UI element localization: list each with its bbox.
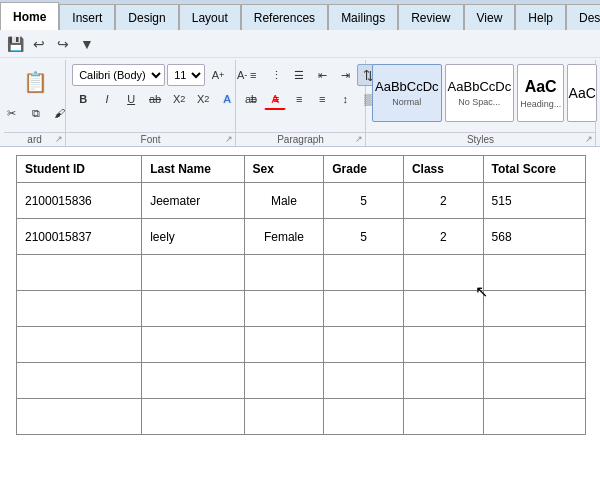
cell-last-name[interactable]: leely [142, 219, 244, 255]
tab-design[interactable]: Design [115, 4, 178, 30]
bold-button[interactable]: B [72, 88, 94, 110]
cell-student-id[interactable] [17, 399, 142, 435]
cell-grade[interactable] [324, 291, 404, 327]
cell-student-id[interactable]: 2100015836 [17, 183, 142, 219]
decrease-indent-icon[interactable]: ⇤ [311, 64, 333, 86]
justify-icon[interactable]: ≡ [311, 88, 333, 110]
tab-mailings[interactable]: Mailings [328, 4, 398, 30]
style-heading-label: Heading... [520, 99, 561, 109]
cell-student-id[interactable] [17, 255, 142, 291]
customize-icon[interactable]: ▼ [76, 33, 98, 55]
tab-layout[interactable]: Layout [179, 4, 241, 30]
superscript-button[interactable]: X2 [192, 88, 214, 110]
cell-grade[interactable] [324, 327, 404, 363]
cell-sex[interactable] [244, 291, 324, 327]
redo-icon[interactable]: ↪ [52, 33, 74, 55]
cell-score[interactable] [483, 399, 585, 435]
cell-last-name[interactable]: Jeemater [142, 183, 244, 219]
cell-student-id[interactable] [17, 363, 142, 399]
numbering-icon[interactable]: ⋮ [265, 64, 287, 86]
subscript-button[interactable]: X2 [168, 88, 190, 110]
table-row[interactable] [17, 291, 586, 327]
cell-class[interactable] [403, 327, 483, 363]
font-expand[interactable]: ↗ [225, 134, 233, 144]
tab-insert[interactable]: Insert [59, 4, 115, 30]
cell-sex[interactable] [244, 363, 324, 399]
header-class: Class [403, 156, 483, 183]
cell-last-name[interactable] [142, 399, 244, 435]
style-normal-label: Normal [392, 97, 421, 107]
cell-grade[interactable]: 5 [324, 219, 404, 255]
cell-class[interactable] [403, 399, 483, 435]
cell-score[interactable] [483, 255, 585, 291]
style-normal[interactable]: AaBbCcDc Normal [372, 64, 442, 122]
cell-sex[interactable]: Male [244, 183, 324, 219]
align-right-icon[interactable]: ≡ [288, 88, 310, 110]
undo-icon[interactable]: ↩ [28, 33, 50, 55]
table-row[interactable] [17, 327, 586, 363]
cell-score[interactable] [483, 363, 585, 399]
cell-student-id[interactable] [17, 327, 142, 363]
cell-grade[interactable] [324, 363, 404, 399]
cell-score[interactable]: 515 [483, 183, 585, 219]
cell-grade[interactable] [324, 255, 404, 291]
font-size-select[interactable]: 11 [167, 64, 205, 86]
cell-last-name[interactable] [142, 291, 244, 327]
cell-score[interactable] [483, 291, 585, 327]
text-effects-icon[interactable]: A [216, 88, 238, 110]
tab-references[interactable]: References [241, 4, 328, 30]
table-header-row: Student ID Last Name Sex Grade Class Tot… [17, 156, 586, 183]
cell-sex[interactable] [244, 399, 324, 435]
italic-button[interactable]: I [96, 88, 118, 110]
cut-icon[interactable]: ✂ [1, 102, 23, 124]
cell-class[interactable] [403, 363, 483, 399]
cell-grade[interactable]: 5 [324, 183, 404, 219]
copy-icon[interactable]: ⧉ [25, 102, 47, 124]
tab-design2[interactable]: Design [566, 4, 600, 30]
table-row[interactable] [17, 255, 586, 291]
cell-score[interactable] [483, 327, 585, 363]
cell-last-name[interactable] [142, 327, 244, 363]
cell-sex[interactable] [244, 327, 324, 363]
cell-sex[interactable]: Female [244, 219, 324, 255]
multilevel-list-icon[interactable]: ☰ [288, 64, 310, 86]
strikethrough-button[interactable]: ab [144, 88, 166, 110]
cell-class[interactable] [403, 255, 483, 291]
table-row[interactable]: 2100015837 leely Female 5 2 568 [17, 219, 586, 255]
clipboard-expand[interactable]: ↗ [55, 134, 63, 144]
tab-help[interactable]: Help [515, 4, 566, 30]
increase-indent-icon[interactable]: ⇥ [334, 64, 356, 86]
line-spacing-icon[interactable]: ↕ [334, 88, 356, 110]
style-extra[interactable]: AaC [567, 64, 597, 122]
tab-review[interactable]: Review [398, 4, 463, 30]
tab-home[interactable]: Home [0, 2, 59, 30]
table-row[interactable]: 2100015836 Jeemater Male 5 2 515 [17, 183, 586, 219]
font-grow-icon[interactable]: A+ [207, 64, 229, 86]
save-icon[interactable]: 💾 [4, 33, 26, 55]
styles-group: AaBbCcDc Normal AaBbCcDc No Spac... AaC … [366, 60, 596, 146]
style-nospace[interactable]: AaBbCcDc No Spac... [445, 64, 515, 122]
cell-student-id[interactable]: 2100015837 [17, 219, 142, 255]
align-center-icon[interactable]: ≡ [265, 88, 287, 110]
cell-class[interactable] [403, 291, 483, 327]
table-row[interactable] [17, 399, 586, 435]
cell-score[interactable]: 568 [483, 219, 585, 255]
table-row[interactable] [17, 363, 586, 399]
cell-sex[interactable] [244, 255, 324, 291]
styles-expand[interactable]: ↗ [585, 134, 593, 144]
align-left-icon[interactable]: ≡ [242, 88, 264, 110]
tab-view[interactable]: View [464, 4, 516, 30]
cell-last-name[interactable] [142, 255, 244, 291]
font-name-select[interactable]: Calibri (Body) [72, 64, 165, 86]
clipboard-icon[interactable]: 📋 [19, 64, 52, 100]
style-heading[interactable]: AaC Heading... [517, 64, 564, 122]
cell-student-id[interactable] [17, 291, 142, 327]
cell-class[interactable]: 2 [403, 219, 483, 255]
paragraph-expand[interactable]: ↗ [355, 134, 363, 144]
bullets-icon[interactable]: ≡ [242, 64, 264, 86]
header-total-score: Total Score [483, 156, 585, 183]
cell-last-name[interactable] [142, 363, 244, 399]
underline-button[interactable]: U [120, 88, 142, 110]
cell-class[interactable]: 2 [403, 183, 483, 219]
cell-grade[interactable] [324, 399, 404, 435]
